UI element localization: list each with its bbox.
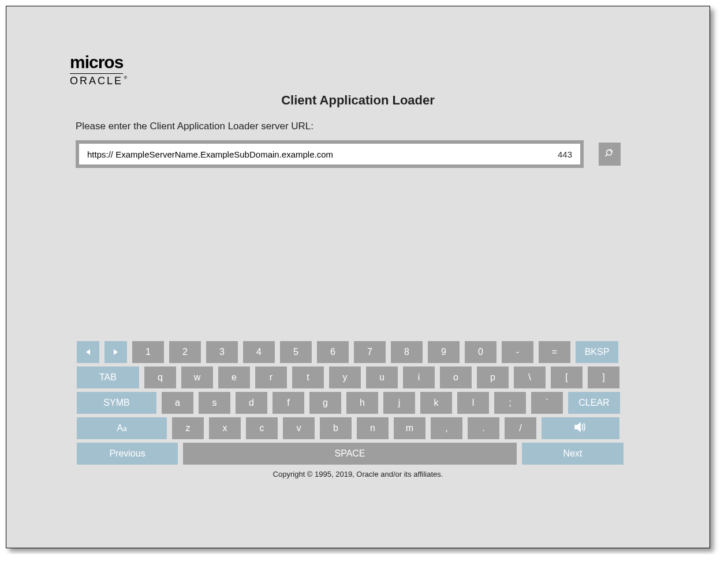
kb-row-4: Aa z x c v b n m , . /	[77, 417, 625, 439]
key-2[interactable]: 2	[169, 341, 201, 363]
logo-micros: micros	[70, 53, 675, 72]
app-window: micros ORACLE Client Application Loader …	[6, 6, 710, 548]
caps-icon: Aa	[117, 423, 126, 433]
key-b[interactable]: b	[320, 417, 352, 439]
svg-point-0	[607, 150, 612, 155]
key-minus[interactable]: -	[502, 341, 533, 363]
key-m[interactable]: m	[394, 417, 425, 439]
key-3[interactable]: 3	[206, 341, 238, 363]
caps-big: A	[117, 423, 123, 433]
on-screen-keyboard: 1 2 3 4 5 6 7 8 9 0 - = BKSP TAB q w e r…	[77, 341, 625, 468]
url-prompt: Please enter the Client Application Load…	[76, 121, 675, 132]
key-bracket-left[interactable]: [	[551, 366, 583, 388]
svg-marker-4	[575, 423, 580, 431]
key-previous[interactable]: Previous	[77, 443, 178, 465]
key-0[interactable]: 0	[465, 341, 496, 363]
key-p[interactable]: p	[477, 366, 509, 388]
key-j[interactable]: j	[383, 392, 415, 414]
caps-small: a	[123, 425, 127, 433]
key-f[interactable]: f	[272, 392, 304, 414]
key-semicolon[interactable]: ;	[494, 392, 526, 414]
key-backspace[interactable]: BKSP	[576, 341, 618, 363]
key-i[interactable]: i	[403, 366, 435, 388]
key-symb[interactable]: SYMB	[77, 392, 156, 414]
kb-row-2: TAB q w e r t y u i o p \ [ ]	[77, 366, 625, 388]
key-l[interactable]: l	[457, 392, 489, 414]
kb-row-5: Previous SPACE Next	[77, 443, 625, 465]
key-o[interactable]: o	[440, 366, 472, 388]
key-8[interactable]: 8	[391, 341, 423, 363]
key-slash[interactable]: /	[505, 417, 536, 439]
key-tab[interactable]: TAB	[77, 366, 139, 388]
copyright: Copyright © 1995, 2019, Oracle and/or it…	[6, 470, 710, 478]
key-w[interactable]: w	[181, 366, 213, 388]
key-g[interactable]: g	[309, 392, 341, 414]
key-y[interactable]: y	[329, 366, 361, 388]
key-9[interactable]: 9	[428, 341, 460, 363]
key-backtick[interactable]: `	[531, 392, 563, 414]
key-k[interactable]: k	[420, 392, 452, 414]
key-1[interactable]: 1	[132, 341, 164, 363]
key-comma[interactable]: ,	[431, 417, 462, 439]
key-r[interactable]: r	[255, 366, 287, 388]
key-q[interactable]: q	[144, 366, 176, 388]
plug-icon	[604, 147, 615, 161]
key-x[interactable]: x	[209, 417, 241, 439]
key-z[interactable]: z	[172, 417, 204, 439]
key-sound[interactable]	[542, 417, 619, 439]
key-clear[interactable]: CLEAR	[568, 392, 620, 414]
key-bracket-right[interactable]: ]	[588, 366, 619, 388]
key-arrow-right[interactable]	[104, 341, 127, 363]
svg-line-1	[606, 155, 607, 156]
speaker-icon	[574, 422, 587, 435]
key-v[interactable]: v	[283, 417, 315, 439]
logo-oracle: ORACLE	[70, 73, 123, 87]
page-title: Client Application Loader	[41, 93, 675, 108]
key-d[interactable]: d	[236, 392, 267, 414]
key-next[interactable]: Next	[522, 443, 624, 465]
key-period[interactable]: .	[468, 417, 499, 439]
key-6[interactable]: 6	[317, 341, 349, 363]
key-u[interactable]: u	[366, 366, 398, 388]
url-input-container	[76, 140, 584, 168]
key-arrow-left[interactable]	[77, 341, 99, 363]
url-row	[76, 140, 675, 168]
logo: micros ORACLE	[70, 53, 675, 87]
key-e[interactable]: e	[218, 366, 250, 388]
key-h[interactable]: h	[346, 392, 378, 414]
key-a[interactable]: a	[162, 392, 193, 414]
key-n[interactable]: n	[357, 417, 389, 439]
key-equals[interactable]: =	[539, 341, 570, 363]
key-backslash[interactable]: \	[514, 366, 546, 388]
port-input[interactable]	[549, 149, 572, 159]
key-c[interactable]: c	[246, 417, 278, 439]
connect-button[interactable]	[599, 143, 621, 166]
triangle-left-icon	[86, 349, 90, 355]
key-caps[interactable]: Aa	[77, 417, 167, 439]
key-s[interactable]: s	[199, 392, 230, 414]
key-7[interactable]: 7	[354, 341, 386, 363]
key-t[interactable]: t	[292, 366, 324, 388]
url-input[interactable]	[87, 149, 549, 159]
kb-row-1: 1 2 3 4 5 6 7 8 9 0 - = BKSP	[77, 341, 625, 363]
triangle-right-icon	[114, 349, 118, 355]
kb-row-3: SYMB a s d f g h j k l ; ` CLEAR	[77, 392, 625, 414]
key-5[interactable]: 5	[280, 341, 312, 363]
key-space[interactable]: SPACE	[183, 443, 517, 465]
key-4[interactable]: 4	[243, 341, 275, 363]
